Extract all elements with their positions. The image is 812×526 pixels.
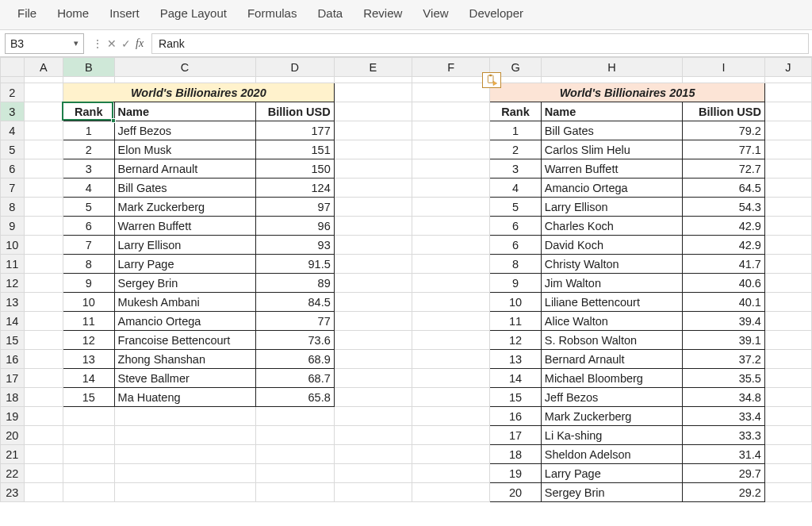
cell-F21[interactable] (412, 445, 489, 464)
cell-E20[interactable] (334, 426, 412, 445)
cell-I17[interactable]: 35.5 (682, 369, 764, 388)
cell-E14[interactable] (334, 312, 412, 331)
cell-D8[interactable]: 97 (255, 198, 334, 217)
cell-D14[interactable]: 77 (255, 312, 334, 331)
cell-B18[interactable]: 15 (63, 388, 114, 407)
cell-B9[interactable]: 6 (63, 217, 114, 236)
cell-B7[interactable]: 4 (63, 179, 114, 198)
row-header-22[interactable]: 22 (1, 464, 25, 483)
cell-H13[interactable]: Liliane Bettencourt (541, 293, 682, 312)
cell-E16[interactable] (334, 350, 412, 369)
cell-D22[interactable] (255, 464, 334, 483)
row-header-4[interactable]: 4 (1, 121, 25, 140)
cell-E8[interactable] (334, 198, 412, 217)
cell-J22[interactable] (764, 464, 811, 483)
cell-B8[interactable]: 5 (63, 198, 114, 217)
cell-H11[interactable]: Christy Walton (541, 255, 682, 274)
cell-F1[interactable] (412, 77, 489, 83)
row-header-7[interactable]: 7 (1, 179, 25, 198)
cell-G21[interactable]: 18 (490, 445, 542, 464)
cell-E6[interactable] (334, 159, 412, 179)
cell-J19[interactable] (764, 407, 811, 426)
menu-home[interactable]: Home (57, 6, 89, 20)
cell-G2[interactable]: World's Billionaires 2015 (490, 83, 765, 102)
cell-I10[interactable]: 42.9 (682, 236, 764, 255)
cell-A11[interactable] (24, 255, 63, 274)
cell-A2[interactable] (24, 83, 63, 102)
row-header-18[interactable]: 18 (1, 388, 25, 407)
cell-G10[interactable]: 6 (490, 236, 542, 255)
cell-A21[interactable] (24, 445, 63, 464)
cell-E2[interactable] (334, 83, 412, 102)
cell-I4[interactable]: 79.2 (682, 121, 764, 140)
cell-D10[interactable]: 93 (255, 236, 334, 255)
cell-B5[interactable]: 2 (63, 140, 114, 159)
cell-J11[interactable] (764, 255, 811, 274)
cell-B11[interactable]: 8 (63, 255, 114, 274)
cell-G23[interactable]: 20 (490, 483, 542, 502)
cell-H16[interactable]: Bernard Arnault (541, 350, 682, 369)
cell-C8[interactable]: Mark Zuckerberg (114, 198, 255, 217)
cell-I22[interactable]: 29.7 (682, 464, 764, 483)
menu-view[interactable]: View (423, 6, 448, 20)
cell-C14[interactable]: Amancio Ortega (114, 312, 255, 331)
column-header-A[interactable]: A (24, 58, 63, 77)
cell-J17[interactable] (764, 369, 811, 388)
cell-E5[interactable] (334, 140, 412, 159)
cell-I20[interactable]: 33.3 (682, 426, 764, 445)
cell-C10[interactable]: Larry Ellison (114, 236, 255, 255)
cell-I15[interactable]: 39.1 (682, 331, 764, 350)
row-header-16[interactable]: 16 (1, 350, 25, 369)
cell-B10[interactable]: 7 (63, 236, 114, 255)
menu-file[interactable]: File (17, 6, 36, 20)
row-header-1[interactable] (1, 77, 25, 83)
menu-review[interactable]: Review (363, 6, 402, 20)
cell-E7[interactable] (334, 179, 412, 198)
cell-J6[interactable] (764, 159, 811, 179)
cell-D7[interactable]: 124 (255, 179, 334, 198)
cell-A19[interactable] (24, 407, 63, 426)
cell-D15[interactable]: 73.6 (255, 331, 334, 350)
fill-handle[interactable] (111, 118, 116, 123)
cell-A7[interactable] (24, 179, 63, 198)
cell-J23[interactable] (764, 483, 811, 502)
cell-E19[interactable] (334, 407, 412, 426)
cell-E1[interactable] (334, 77, 412, 83)
cell-G5[interactable]: 2 (490, 140, 542, 159)
cell-A13[interactable] (24, 293, 63, 312)
cell-G13[interactable]: 10 (490, 293, 542, 312)
row-header-8[interactable]: 8 (1, 198, 25, 217)
cell-G11[interactable]: 8 (490, 255, 542, 274)
cell-F18[interactable] (412, 388, 489, 407)
cell-I1[interactable] (682, 77, 764, 83)
menu-page-layout[interactable]: Page Layout (160, 6, 227, 20)
cell-D12[interactable]: 89 (255, 274, 334, 293)
cell-F23[interactable] (412, 483, 489, 502)
cell-J14[interactable] (764, 312, 811, 331)
cell-H3[interactable]: Name (541, 102, 682, 121)
column-header-H[interactable]: H (541, 58, 682, 77)
cell-F4[interactable] (412, 121, 489, 140)
cell-J7[interactable] (764, 179, 811, 198)
cell-J18[interactable] (764, 388, 811, 407)
row-header-21[interactable]: 21 (1, 445, 25, 464)
cell-F17[interactable] (412, 369, 489, 388)
cell-D1[interactable] (255, 77, 334, 83)
cell-D5[interactable]: 151 (255, 140, 334, 159)
cell-D19[interactable] (255, 407, 334, 426)
cell-D18[interactable]: 65.8 (255, 388, 334, 407)
cell-A18[interactable] (24, 388, 63, 407)
row-header-11[interactable]: 11 (1, 255, 25, 274)
cell-H20[interactable]: Li Ka-shing (541, 426, 682, 445)
cell-G18[interactable]: 15 (490, 388, 542, 407)
cell-C20[interactable] (114, 426, 255, 445)
cell-I19[interactable]: 33.4 (682, 407, 764, 426)
cell-B3[interactable]: Rank (63, 102, 114, 121)
cell-G16[interactable]: 13 (490, 350, 542, 369)
cell-C11[interactable]: Larry Page (114, 255, 255, 274)
cell-H14[interactable]: Alice Walton (541, 312, 682, 331)
cell-H9[interactable]: Charles Koch (541, 217, 682, 236)
cell-H5[interactable]: Carlos Slim Helu (541, 140, 682, 159)
cell-G12[interactable]: 9 (490, 274, 542, 293)
cell-B21[interactable] (63, 445, 114, 464)
